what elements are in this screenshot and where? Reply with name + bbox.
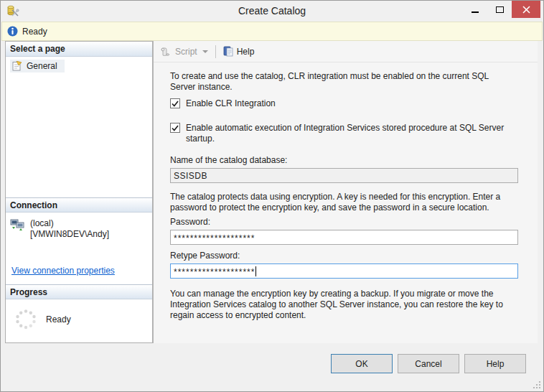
maximize-button[interactable] — [487, 1, 512, 18]
help-book-icon — [223, 46, 234, 57]
status-text: Ready — [22, 27, 47, 37]
maximize-icon — [496, 6, 504, 13]
connection-user: [VMWIN8DEV\Andy] — [30, 229, 109, 240]
sidebar-item-general[interactable]: General — [10, 60, 65, 73]
enable-auto-exec-checkbox[interactable] — [170, 123, 180, 133]
enable-auto-exec-row: Enable automatic execution of Integratio… — [170, 123, 518, 144]
progress-spinner-icon — [14, 308, 37, 331]
resize-grip[interactable] — [532, 380, 541, 389]
db-name-value: SSISDB — [174, 171, 207, 181]
titlebar: Create Catalog — [1, 1, 543, 21]
retype-password-label: Retype Password: — [170, 251, 518, 261]
toolbar-divider — [215, 45, 216, 58]
db-name-input[interactable]: SSISDB — [170, 168, 518, 183]
server-connection-icon — [10, 218, 24, 231]
text-caret — [255, 266, 256, 276]
progress-status: Ready — [46, 314, 71, 325]
minimize-icon — [472, 11, 479, 13]
window-title: Create Catalog — [1, 5, 543, 17]
retype-password-input[interactable]: ******************** — [170, 263, 518, 279]
close-button[interactable] — [512, 1, 540, 18]
password-value: ******************** — [174, 231, 255, 243]
connection-server: (local) — [30, 218, 109, 229]
sidebar: Select a page General Connection — [5, 41, 153, 343]
enable-clr-checkbox[interactable] — [170, 98, 180, 108]
status-strip: Ready — [1, 22, 543, 41]
page-list: General — [6, 57, 152, 197]
chevron-down-icon — [202, 50, 208, 53]
connection-pane: (local) [VMWIN8DEV\Andy] View connection… — [6, 213, 152, 284]
main-panel: Script Help To create and use the — [153, 41, 538, 343]
cancel-button[interactable]: Cancel — [398, 354, 459, 373]
page-icon — [11, 61, 22, 71]
select-a-page-header: Select a page — [6, 42, 152, 57]
sidebar-item-general-label: General — [27, 61, 57, 71]
progress-header: Progress — [6, 284, 152, 299]
password-label: Password: — [170, 217, 518, 227]
checkmark-icon — [172, 101, 179, 107]
script-scroll-icon — [160, 47, 172, 57]
connection-header: Connection — [6, 197, 152, 213]
password-input[interactable]: ******************** — [170, 230, 518, 245]
script-button-label: Script — [175, 47, 197, 57]
help-toolbar-button[interactable]: Help — [220, 46, 258, 57]
retype-password-value: ******************** — [174, 265, 255, 277]
script-button[interactable]: Script — [157, 47, 211, 57]
toolbar: Script Help — [154, 41, 538, 62]
checkmark-icon — [172, 125, 179, 131]
close-icon — [522, 6, 530, 14]
backup-info-text: You can manage the encryption key by cre… — [170, 289, 518, 321]
view-connection-properties-link[interactable]: View connection properties — [11, 266, 115, 276]
connection-info: (local) [VMWIN8DEV\Andy] — [30, 218, 109, 240]
info-icon — [7, 26, 18, 37]
db-name-label: Name of the catalog database: — [170, 155, 518, 165]
enable-auto-exec-label: Enable automatic execution of Integratio… — [186, 123, 516, 144]
help-button[interactable]: Help — [464, 354, 526, 373]
enable-clr-label: Enable CLR Integration — [186, 98, 276, 109]
ok-button[interactable]: OK — [331, 354, 393, 373]
enable-clr-row: Enable CLR Integration — [170, 98, 518, 109]
create-catalog-dialog: Create Catalog Ready Select a page — [0, 0, 544, 392]
progress-pane: Ready — [6, 299, 152, 342]
general-page-content: To create and use the catalog, CLR integ… — [154, 62, 538, 327]
clr-intro-text: To create and use the catalog, CLR integ… — [170, 71, 507, 93]
help-toolbar-label: Help — [237, 47, 255, 57]
encryption-info-text: The catalog protects data using encrypti… — [170, 192, 515, 213]
footer: OK Cancel Help — [1, 343, 543, 391]
minimize-button[interactable] — [463, 1, 487, 18]
